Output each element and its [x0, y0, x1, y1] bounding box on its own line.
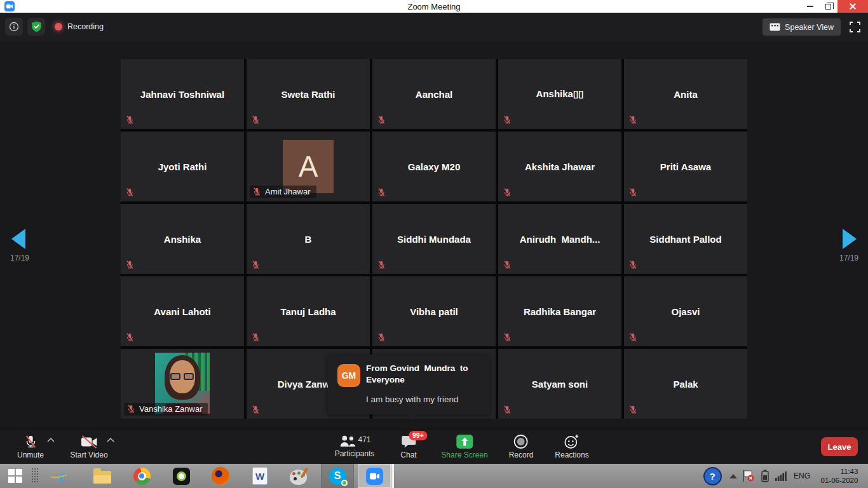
- action-center-flag-icon[interactable]: [740, 464, 756, 488]
- speaker-view-button[interactable]: Speaker View: [763, 18, 841, 36]
- participant-tile[interactable]: Anita Anita: [624, 59, 747, 129]
- camera-app-icon[interactable]: [170, 464, 193, 488]
- participant-tile[interactable]: Amit Jhawar A Amit Jhawar: [247, 132, 370, 201]
- chrome-icon[interactable]: [130, 464, 153, 488]
- participant-tile[interactable]: Radhika Bangar Radhika Bangar: [498, 276, 621, 346]
- participant-name: B: [247, 204, 370, 274]
- encryption-shield-button[interactable]: [27, 18, 45, 36]
- tray-time: 11:43: [821, 467, 858, 476]
- participant-tile[interactable]: Vibha patil Vibha patil: [372, 276, 496, 346]
- participants-label: Participants: [335, 449, 375, 458]
- close-button[interactable]: [837, 0, 868, 13]
- participant-name: Galaxy M20: [372, 132, 496, 201]
- file-explorer-icon[interactable]: [91, 464, 114, 488]
- participant-tile[interactable]: Galaxy M20 Galaxy M20: [372, 132, 496, 201]
- participant-tile[interactable]: Siddhant Pallod Siddhant Pallod: [624, 204, 747, 274]
- muted-mic-icon: [125, 115, 134, 125]
- participant-tile[interactable]: Ojasvi Ojasvi: [624, 276, 747, 346]
- chat-button[interactable]: 99+ Chat: [400, 430, 416, 464]
- participants-count: 471: [358, 435, 370, 444]
- record-icon: [513, 434, 529, 449]
- participant-tile[interactable]: Tanuj Ladha Tanuj Ladha: [247, 276, 370, 346]
- share-screen-button[interactable]: Share Screen: [441, 430, 487, 464]
- meeting-header: Recording Speaker View: [0, 13, 868, 41]
- battery-tray-icon[interactable]: [757, 464, 773, 488]
- next-page-arrow[interactable]: [843, 229, 857, 249]
- unmute-button[interactable]: Unmute: [11, 430, 50, 464]
- start-video-label: Start Video: [70, 451, 107, 459]
- participant-tile[interactable]: Sweta Rathi Sweta Rathi: [247, 59, 370, 129]
- restore-icon: [825, 4, 831, 10]
- reactions-button[interactable]: Reactions: [555, 430, 588, 464]
- start-button[interactable]: [4, 464, 27, 488]
- restore-button[interactable]: [819, 0, 837, 13]
- previous-page-arrow[interactable]: [11, 229, 25, 249]
- zoom-app-icon: [4, 1, 15, 11]
- muted-mic-icon: [24, 434, 37, 449]
- muted-mic-icon: [125, 187, 134, 197]
- chat-unread-badge: 99+: [409, 431, 428, 440]
- share-screen-label: Share Screen: [441, 451, 487, 459]
- participant-name: Jyoti Rathi: [121, 132, 244, 201]
- mic-options-chevron-icon[interactable]: [47, 438, 55, 442]
- participant-tile[interactable]: Vanshika Zanwar Vanshika Zanwar: [121, 349, 244, 419]
- zoom-meeting-window: Zoom Meeting Recording Speaker View: [0, 0, 868, 488]
- start-video-button[interactable]: Start Video: [65, 430, 113, 464]
- leave-button[interactable]: Leave: [821, 437, 858, 456]
- help-tray-icon[interactable]: ?: [702, 464, 722, 488]
- fullscreen-icon[interactable]: [850, 22, 860, 32]
- tray-show-hidden-icons[interactable]: [727, 464, 740, 488]
- word-icon[interactable]: W: [248, 464, 271, 488]
- page-indicator-left: 17/19: [5, 254, 34, 262]
- participant-tile[interactable]: Anshika▯▯ Anshika▯▯: [498, 59, 621, 129]
- muted-mic-icon: [628, 405, 637, 414]
- participant-name: Anita: [624, 59, 747, 129]
- avatar-letter: A: [299, 149, 318, 184]
- chat-notification-popup[interactable]: GM From Govind Mundra to Everyone I am b…: [328, 355, 489, 414]
- taskbar-divider: [391, 464, 394, 488]
- language-indicator[interactable]: ENG: [790, 464, 813, 488]
- clock-tray[interactable]: 11:43 01-06-2020: [818, 464, 860, 488]
- participant-tile[interactable]: Akshita Jhawar Akshita Jhawar: [498, 132, 621, 201]
- muted-mic-icon: [251, 332, 260, 342]
- title-bar: Zoom Meeting: [0, 0, 868, 13]
- skype-taskbar-button[interactable]: S: [321, 464, 354, 488]
- zoom-taskbar-button[interactable]: [358, 464, 391, 488]
- paint-icon[interactable]: [287, 464, 309, 488]
- firefox-icon[interactable]: [209, 464, 232, 488]
- participant-tile[interactable]: Jyoti Rathi Jyoti Rathi: [121, 132, 244, 201]
- participants-button[interactable]: 471 Participants: [335, 430, 375, 464]
- muted-mic-icon: [377, 115, 386, 125]
- participant-tile[interactable]: Avani Lahoti Avani Lahoti: [121, 276, 244, 346]
- record-button[interactable]: Record: [509, 430, 534, 464]
- participant-name: Satyam soni: [498, 349, 621, 419]
- close-icon: [850, 3, 856, 10]
- participant-tile[interactable]: Aanchal Aanchal: [372, 59, 496, 129]
- meeting-info-button[interactable]: [5, 18, 23, 36]
- meeting-toolbar: Unmute Start Video 4: [0, 430, 868, 464]
- page-indicator-right: 17/19: [834, 254, 864, 262]
- minimize-button[interactable]: [801, 0, 819, 13]
- muted-mic-icon: [251, 115, 260, 125]
- participant-name: Sweta Rathi: [247, 59, 370, 129]
- video-options-chevron-icon[interactable]: [107, 438, 114, 442]
- share-screen-icon: [456, 435, 473, 449]
- video-gallery-stage: 17/19 17/19 Jahnavi Toshniwal Jahnavi To…: [0, 41, 868, 430]
- window-title: Zoom Meeting: [0, 2, 868, 11]
- muted-mic-icon: [503, 332, 512, 342]
- network-signal-tray-icon[interactable]: [773, 464, 789, 488]
- participant-tile[interactable]: Jahnavi Toshniwal Jahnavi Toshniwal: [121, 59, 244, 129]
- participants-icon: [338, 435, 355, 447]
- participant-tile[interactable]: Priti Asawa Priti Asawa: [624, 132, 747, 201]
- internet-explorer-icon[interactable]: e: [51, 464, 74, 488]
- participant-tile[interactable]: B B: [247, 204, 370, 274]
- participant-name: Radhika Bangar: [498, 276, 621, 346]
- participant-tile[interactable]: Palak Palak: [624, 349, 747, 419]
- participant-tile[interactable]: Anirudh Mandh... Anirudh Mandh...: [498, 204, 621, 274]
- participant-tile[interactable]: Siddhi Mundada Siddhi Mundada: [372, 204, 496, 274]
- participant-tile[interactable]: Satyam soni Satyam soni: [498, 349, 621, 419]
- record-label: Record: [509, 451, 534, 459]
- participant-tile[interactable]: Anshika Anshika: [121, 204, 244, 274]
- recording-dot-icon: [55, 23, 62, 30]
- up-arrow-icon: [729, 474, 737, 478]
